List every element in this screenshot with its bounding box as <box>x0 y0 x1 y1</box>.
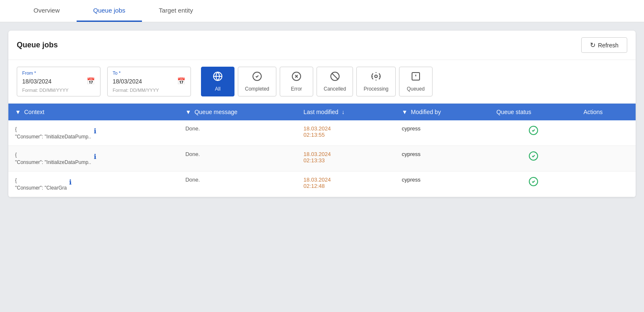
svg-line-7 <box>332 73 338 79</box>
cancelled-icon <box>330 71 340 83</box>
last-modified-cell: 18.03.2024 02:13:33 <box>297 146 395 172</box>
queue-status-cell <box>490 172 577 197</box>
to-calendar-icon[interactable]: 📅 <box>177 77 185 85</box>
context-cell: { "Consumer": "InitializeDataPump.. ℹ <box>8 146 179 172</box>
info-icon[interactable]: ℹ <box>94 152 96 166</box>
context-cell: { "Consumer": "InitializeDataPump.. ℹ <box>8 120 179 146</box>
modified-by-cell: cypress <box>395 172 490 197</box>
modified-by-cell: cypress <box>395 146 490 172</box>
from-date-value: 18/03/2024 <box>22 78 52 85</box>
to-date-format: Format: DD/MM/YYYY <box>113 88 185 93</box>
queued-icon <box>411 71 421 83</box>
status-all-button[interactable]: All <box>201 67 234 96</box>
processing-label: Processing <box>363 86 388 92</box>
status-completed-button[interactable]: Completed <box>238 67 276 96</box>
status-complete-icon <box>528 128 538 137</box>
error-icon <box>291 71 301 83</box>
col-queue-message[interactable]: ▼ Queue message <box>179 104 297 120</box>
queue-jobs-table: ▼ Context ▼ Queue message Last modified … <box>8 104 636 197</box>
refresh-label: Refresh <box>598 42 618 49</box>
status-processing-button[interactable]: Processing <box>356 67 395 96</box>
status-queued-button[interactable]: Queued <box>399 67 433 96</box>
svg-point-8 <box>375 75 377 78</box>
top-nav: Overview Queue jobs Target entity <box>0 0 644 22</box>
table-row: { "Consumer": "InitializeDataPump.. ℹ Do… <box>8 120 636 146</box>
table-row: { "Consumer": "InitializeDataPump.. ℹ Do… <box>8 146 636 172</box>
cancelled-label: Cancelled <box>324 86 346 92</box>
col-last-modified[interactable]: Last modified ↓ <box>297 104 395 120</box>
filters-section: From * 18/03/2024 📅 Format: DD/MM/YYYY T… <box>8 60 636 104</box>
error-label: Error <box>291 86 302 92</box>
modified-by-filter-icon: ▼ <box>402 109 408 115</box>
col-queue-status: Queue status <box>490 104 577 120</box>
main-content: Queue jobs ↻ Refresh From * 18/03/2024 📅… <box>0 22 644 205</box>
all-label: All <box>215 86 220 92</box>
queue-message-cell: Done. <box>179 172 297 197</box>
tab-queue-jobs[interactable]: Queue jobs <box>77 0 142 22</box>
refresh-button[interactable]: ↻ Refresh <box>581 37 627 53</box>
from-date-format: Format: DD/MM/YYYY <box>22 88 95 93</box>
queue-message-cell: Done. <box>179 146 297 172</box>
card-header: Queue jobs ↻ Refresh <box>8 31 636 60</box>
info-icon[interactable]: ℹ <box>94 126 96 140</box>
queue-message-cell: Done. <box>179 120 297 146</box>
queue-status-cell <box>490 146 577 172</box>
queued-label: Queued <box>407 86 425 92</box>
status-error-button[interactable]: Error <box>280 67 313 96</box>
processing-icon <box>371 71 381 83</box>
from-calendar-icon[interactable]: 📅 <box>87 77 95 85</box>
all-icon <box>213 71 223 83</box>
last-modified-date: 18.03.2024 02:12:48 <box>304 177 331 189</box>
to-label: To * <box>113 70 185 75</box>
last-modified-cell: 18.03.2024 02:13:55 <box>297 120 395 146</box>
context-filter-icon: ▼ <box>15 109 21 115</box>
queue-jobs-card: Queue jobs ↻ Refresh From * 18/03/2024 📅… <box>8 31 636 197</box>
last-modified-cell: 18.03.2024 02:12:48 <box>297 172 395 197</box>
context-text: { "Consumer": "InitializeDataPump.. <box>15 151 91 166</box>
context-text: { "Consumer": "InitializeDataPump.. <box>15 125 91 140</box>
context-cell: { "Consumer": "ClearGra ℹ <box>8 172 179 197</box>
last-modified-date: 18.03.2024 02:13:33 <box>304 151 331 164</box>
col-context[interactable]: ▼ Context <box>8 104 179 120</box>
to-date-field[interactable]: To * 18/03/2024 📅 Format: DD/MM/YYYY <box>107 67 191 96</box>
info-icon[interactable]: ℹ <box>69 177 72 192</box>
completed-label: Completed <box>245 86 269 92</box>
last-modified-date: 18.03.2024 02:13:55 <box>304 125 331 138</box>
from-label: From * <box>22 70 95 75</box>
tab-target-entity[interactable]: Target entity <box>142 0 210 22</box>
from-date-field[interactable]: From * 18/03/2024 📅 Format: DD/MM/YYYY <box>17 67 100 96</box>
completed-icon <box>252 71 262 83</box>
table-wrapper: ▼ Context ▼ Queue message Last modified … <box>8 104 636 197</box>
queue-status-cell <box>490 120 577 146</box>
tab-overview[interactable]: Overview <box>17 0 77 22</box>
actions-cell <box>577 146 636 172</box>
refresh-icon: ↻ <box>590 41 595 49</box>
modified-by-cell: cypress <box>395 120 490 146</box>
col-actions: Actions <box>577 104 636 120</box>
status-complete-icon <box>528 179 538 188</box>
card-title: Queue jobs <box>17 41 58 49</box>
actions-cell <box>577 172 636 197</box>
col-modified-by[interactable]: ▼ Modified by <box>395 104 490 120</box>
status-complete-icon <box>528 153 538 163</box>
actions-cell <box>577 120 636 146</box>
context-text: { "Consumer": "ClearGra <box>15 177 67 192</box>
status-filters: All Completed <box>201 67 627 96</box>
sort-icon: ↓ <box>342 109 345 115</box>
status-cancelled-button[interactable]: Cancelled <box>317 67 353 96</box>
table-row: { "Consumer": "ClearGra ℹ Done.18.03.202… <box>8 172 636 197</box>
queue-message-filter-icon: ▼ <box>185 109 191 115</box>
to-date-value: 18/03/2024 <box>113 78 142 85</box>
